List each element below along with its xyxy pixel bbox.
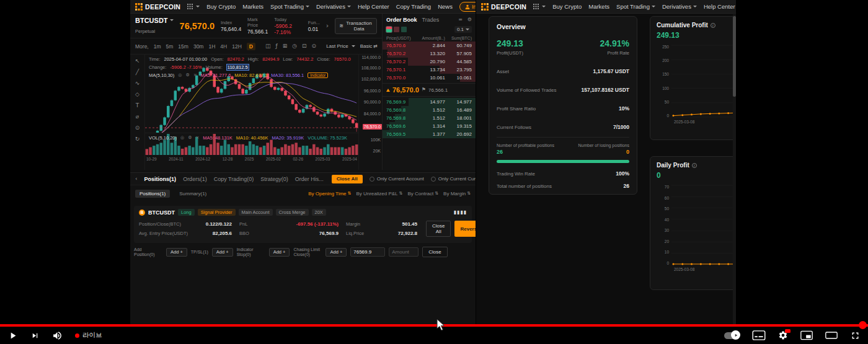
sort-margin[interactable]: By Margin⇅: [443, 191, 471, 196]
info-icon[interactable]: i: [711, 23, 715, 28]
nav-copy-trading[interactable]: Copy Trading: [396, 3, 432, 10]
play-button[interactable]: [7, 330, 18, 341]
timeframe-15m[interactable]: 15m: [178, 43, 188, 50]
ask-row[interactable]: 76,570.113.73423.795: [383, 66, 476, 74]
leverage-badge[interactable]: 20X: [312, 209, 326, 216]
precision-selector[interactable]: 0.1: [454, 26, 472, 33]
gear-icon[interactable]: ⚙: [188, 136, 192, 140]
screenshot-icon[interactable]: ⊡: [302, 43, 307, 49]
nav-news[interactable]: News: [438, 3, 453, 10]
theater-button[interactable]: [825, 330, 838, 340]
tab-positions[interactable]: Positions(1): [144, 176, 177, 182]
nav-derivatives[interactable]: Derivatives: [316, 3, 351, 10]
eye-icon[interactable]: ◎: [180, 136, 184, 140]
deepcoin-brand[interactable]: DEEPCOIN: [481, 3, 526, 11]
indicators-icon[interactable]: ƒ: [275, 43, 277, 49]
timeframe-more[interactable]: More,: [135, 43, 149, 50]
chart-type-icon[interactable]: ◫: [265, 43, 271, 49]
last-price-selector[interactable]: Last Price: [326, 43, 355, 49]
chevron-right-icon[interactable]: ›: [326, 22, 329, 29]
nav-buy-crypto[interactable]: Buy Crypto: [206, 3, 236, 10]
subtab-positions[interactable]: Positions(1): [135, 190, 170, 198]
crosshair-icon[interactable]: ⊙: [312, 43, 317, 49]
tab-orders[interactable]: Orders(1): [183, 176, 207, 182]
layout-grid-icon[interactable]: ⊞: [283, 43, 288, 49]
autoplay-toggle[interactable]: [724, 332, 740, 339]
add-position-button[interactable]: Add +: [166, 248, 187, 257]
close-price-input[interactable]: [350, 247, 385, 257]
add-tpsl-button[interactable]: Add +: [212, 248, 233, 257]
apps-grid-icon[interactable]: [533, 4, 546, 9]
close-icon[interactable]: ×: [195, 136, 199, 140]
settings-button[interactable]: [778, 330, 788, 340]
undo-tool-icon[interactable]: ↻: [135, 136, 140, 142]
bid-row[interactable]: 76,569.81.51216.489: [383, 106, 476, 114]
timeframe-30m[interactable]: 30m: [193, 43, 204, 50]
depth-view-both-icon[interactable]: [386, 27, 392, 32]
reverse-button[interactable]: Reverse: [454, 221, 476, 237]
orderbook-settings-icon[interactable]: ⚙: [467, 17, 472, 22]
nav-markets[interactable]: Markets: [588, 3, 609, 10]
apps-grid-icon[interactable]: [187, 4, 200, 9]
fullscreen-button[interactable]: [850, 330, 861, 341]
nav-help-center[interactable]: Help Center: [358, 3, 389, 10]
transaction-data-button[interactable]: ≋Transaction Data: [335, 18, 377, 34]
measure-tool-icon[interactable]: ⌀: [136, 114, 139, 120]
sort-contract[interactable]: By Contract⇅: [407, 191, 438, 196]
deepcoin-brand[interactable]: DEEPCOIN: [135, 3, 180, 11]
trendline-tool-icon[interactable]: ╱: [136, 69, 139, 75]
volume-button[interactable]: [52, 330, 63, 341]
signal-provider-badge[interactable]: Signal Provider: [198, 209, 236, 216]
tab-strategy[interactable]: Strategy(0): [260, 176, 288, 182]
ask-row[interactable]: 76,570.62.84460.749: [383, 42, 476, 50]
position-close-all-button[interactable]: Close All: [426, 221, 451, 237]
playhead[interactable]: [859, 321, 867, 329]
depth-view-bids-icon[interactable]: [401, 27, 407, 32]
filter-current-account[interactable]: Only Current Account: [370, 176, 424, 182]
invite-button[interactable]: Invite: [459, 2, 476, 12]
wave-tool-icon[interactable]: ∿: [135, 81, 140, 86]
cursor-tool-icon[interactable]: ↖: [135, 58, 140, 64]
tabs-scroll-left-icon[interactable]: ‹: [135, 176, 138, 182]
nav-buy-crypto[interactable]: Buy Crypto: [552, 3, 582, 10]
close-amount-input[interactable]: [389, 247, 418, 257]
tab-order-history[interactable]: Order His...: [295, 176, 324, 182]
price-axis[interactable]: 114,000.0 108,000.0 102,000.0 96,000.0 9…: [358, 55, 382, 170]
tab-order-book[interactable]: Order Book: [386, 17, 417, 23]
nav-markets[interactable]: Markets: [242, 3, 264, 10]
bid-row[interactable]: 76,569.61.31419.315: [383, 122, 476, 130]
scrollbar-thumb[interactable]: [733, 16, 736, 97]
nav-spot-trading[interactable]: Spot Trading: [616, 3, 655, 10]
captions-button[interactable]: [752, 330, 766, 340]
depth-bars-icon[interactable]: ▮▮▮▮: [453, 210, 467, 215]
tab-copy-trading[interactable]: Copy Trading(0): [214, 176, 254, 182]
sort-opening-time[interactable]: By Opening Time⇅: [308, 191, 351, 196]
chart-style-selector[interactable]: Basic⇄: [360, 43, 378, 49]
video-progress-bar[interactable]: [0, 324, 868, 327]
alert-clock-icon[interactable]: ◷: [292, 43, 297, 49]
zoom-tool-icon[interactable]: ⊙: [135, 125, 140, 131]
live-indicator[interactable]: 라이브: [75, 331, 102, 340]
timeframe-5m[interactable]: 5m: [166, 43, 174, 50]
subtab-summary[interactable]: Summary(1): [175, 190, 211, 198]
timeframe-1h[interactable]: 1H: [208, 43, 215, 50]
add-indicator-stop-button[interactable]: Add +: [269, 248, 290, 257]
nav-spot-trading[interactable]: Spot Trading: [270, 3, 309, 10]
text-tool-icon[interactable]: T: [136, 103, 140, 108]
next-button[interactable]: [30, 331, 40, 340]
add-chasing-limit-button[interactable]: Add +: [326, 248, 347, 257]
candlestick-chart[interactable]: ↖ ╱ ∿ ◇ T ⌀ ⊙ ↻ Time:2025-04-07 01:00:00: [130, 55, 382, 170]
shape-tool-icon[interactable]: ◇: [135, 92, 140, 97]
timeframe-1d[interactable]: D: [247, 43, 255, 50]
ask-row[interactable]: 76,570.213.32057.905: [383, 50, 476, 58]
depth-list-icon[interactable]: ≡: [458, 17, 463, 22]
bid-row[interactable]: 76,569.81.51218.001: [383, 114, 476, 122]
info-icon[interactable]: i: [692, 163, 697, 168]
close-position-button[interactable]: Close: [422, 247, 447, 257]
nav-help-center[interactable]: Help Center: [704, 3, 735, 10]
timeframe-4h[interactable]: 4H: [220, 43, 227, 50]
sort-unrealized-pnl[interactable]: By Unrealized P&L⇅: [356, 191, 402, 196]
ask-row[interactable]: 76,570.220.79044.585: [383, 58, 476, 66]
timeframe-1m[interactable]: 1m: [154, 43, 161, 50]
symbol-selector[interactable]: BTCUSDT Perpetual: [135, 17, 174, 35]
